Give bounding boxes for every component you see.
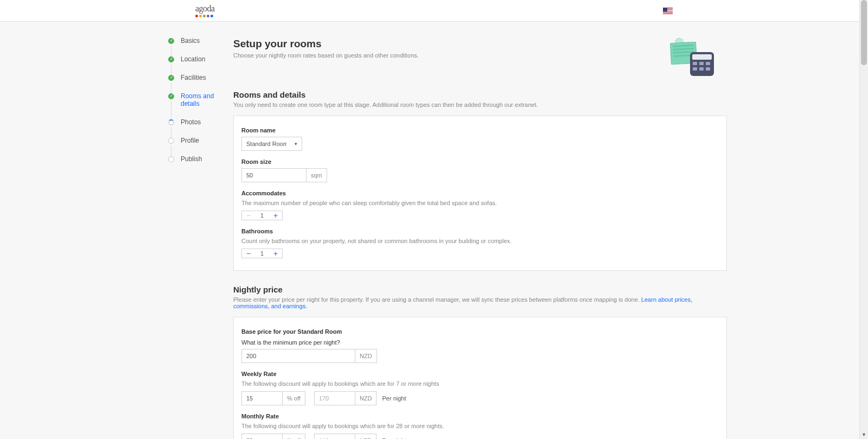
pct-off-unit: % off	[283, 391, 305, 405]
weekly-rate-help: The following discount will apply to boo…	[241, 380, 719, 387]
room-size-label: Room size	[241, 158, 719, 165]
step-basics[interactable]: Basics	[168, 38, 222, 56]
topbar: agoda	[0, 0, 868, 22]
brand-logo[interactable]: agoda	[195, 4, 215, 17]
monthly-calculated-input	[314, 434, 355, 439]
check-icon	[168, 38, 174, 44]
check-icon	[168, 93, 174, 99]
increment-button[interactable]: +	[269, 211, 282, 220]
step-photos[interactable]: Photos	[168, 119, 222, 138]
brand-name: agoda	[195, 4, 215, 14]
per-night-label: Per night	[382, 395, 406, 402]
accommodates-label: Accommodates	[241, 190, 719, 196]
vertical-scrollbar[interactable]: ▲ ▼	[859, 0, 868, 439]
progress-sidebar: Basics Location Facilities Rooms and det…	[136, 38, 233, 439]
loading-icon	[168, 119, 174, 125]
decrement-button[interactable]: −	[242, 211, 255, 220]
accommodates-stepper: − +	[241, 211, 283, 220]
increment-button[interactable]: +	[269, 249, 282, 258]
circle-icon	[168, 138, 174, 144]
monthly-rate-label: Monthly Rate	[241, 413, 719, 419]
rooms-section: Rooms and details You only need to creat…	[233, 90, 727, 271]
section-subtitle: Please enter your price per night for th…	[233, 296, 727, 309]
bathrooms-label: Bathrooms	[241, 228, 719, 234]
check-icon	[168, 56, 174, 62]
pricing-illustration-icon	[667, 38, 716, 76]
section-heading: Nightly price	[233, 285, 727, 294]
monthly-rate-help: The following discount will apply to boo…	[241, 423, 719, 429]
bathrooms-help: Count only bathrooms on your property, n…	[241, 238, 719, 244]
currency-unit: NZD	[355, 434, 377, 439]
hero: Setup your rooms Choose your nightly roo…	[233, 38, 727, 76]
currency-unit: NZD	[355, 391, 377, 405]
decrement-button[interactable]: −	[242, 249, 255, 258]
monthly-discount-input[interactable]	[241, 434, 283, 439]
weekly-rate-label: Weekly Rate	[241, 371, 719, 377]
section-subtitle: You only need to create one room type at…	[233, 101, 727, 108]
step-location[interactable]: Location	[168, 56, 222, 75]
min-price-input[interactable]	[241, 349, 355, 363]
base-price-title: Base price for your Standard Room	[241, 328, 719, 335]
room-name-label: Room name	[241, 127, 719, 133]
check-icon	[168, 75, 174, 81]
scroll-down-icon[interactable]: ▼	[860, 430, 868, 439]
step-publish[interactable]: Publish	[168, 156, 222, 175]
pricing-panel: Base price for your Standard Room What i…	[233, 317, 727, 439]
rooms-panel: Room name Standard Room ▾ Room size sqm …	[233, 116, 727, 271]
main-content: Setup your rooms Choose your nightly roo…	[233, 38, 732, 439]
brand-dots	[195, 15, 213, 17]
room-size-input[interactable]	[241, 168, 307, 182]
locale-flag-icon[interactable]	[663, 8, 673, 14]
accommodates-input[interactable]	[255, 211, 269, 220]
bathrooms-stepper: − +	[241, 249, 283, 258]
section-heading: Rooms and details	[233, 90, 727, 99]
step-profile[interactable]: Profile	[168, 138, 222, 156]
weekly-discount-input[interactable]	[241, 391, 283, 405]
bathrooms-input[interactable]	[255, 249, 269, 258]
weekly-calculated-input	[314, 391, 355, 405]
min-price-label: What is the minimum price per night?	[241, 339, 719, 346]
pct-off-unit: % off	[283, 434, 305, 439]
accommodates-help: The maximum number of people who can sle…	[241, 200, 719, 206]
nightly-price-section: Nightly price Please enter your price pe…	[233, 285, 727, 439]
circle-icon	[168, 156, 174, 162]
currency-unit: NZD	[355, 349, 377, 363]
page-subtitle: Choose your nightly room rates based on …	[233, 52, 419, 59]
room-name-select-input[interactable]: Standard Room	[242, 137, 302, 150]
step-facilities[interactable]: Facilities	[168, 75, 222, 93]
room-name-select[interactable]: Standard Room ▾	[241, 137, 302, 151]
scrollbar-thumb[interactable]	[861, 0, 867, 65]
step-rooms-and-details[interactable]: Rooms and details	[168, 93, 222, 119]
room-size-unit: sqm	[307, 168, 327, 182]
page-title: Setup your rooms	[233, 38, 419, 50]
